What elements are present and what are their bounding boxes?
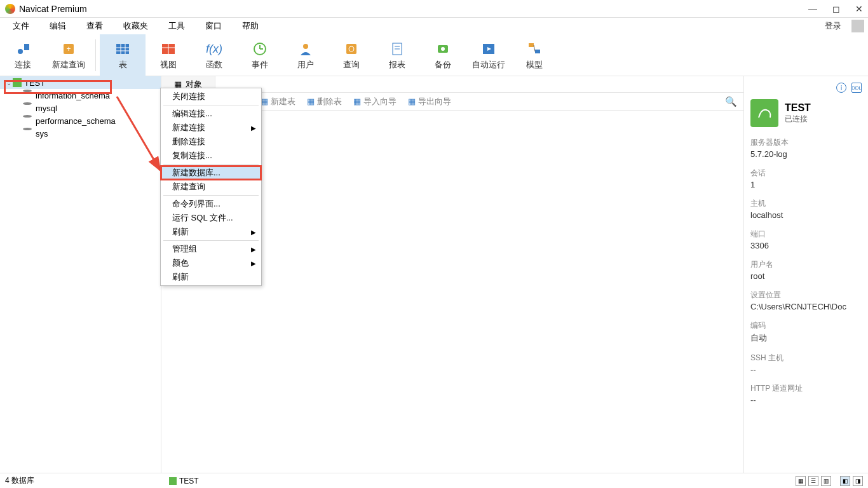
action-label: 导出向导: [418, 96, 451, 107]
tree-database[interactable]: performance_schema: [0, 114, 161, 127]
view-detail-icon[interactable]: ▥: [821, 476, 831, 486]
info-panel: i DDL TEST 已连接 服务器版本5.7.20-log会话1主机local…: [743, 76, 868, 473]
info-key: 用户名: [750, 259, 862, 270]
menu-window[interactable]: 窗口: [196, 18, 231, 34]
context-menu-item[interactable]: 颜色▶: [161, 256, 261, 270]
info-row: 会话1: [750, 168, 862, 189]
auto-icon: [480, 40, 498, 57]
search-icon[interactable]: 🔍: [725, 96, 737, 107]
tool-model[interactable]: 模型: [512, 34, 557, 76]
context-menu-item[interactable]: 刷新▶: [161, 225, 261, 239]
minimize-button[interactable]: —: [808, 4, 817, 14]
context-menu-item[interactable]: 新建连接▶: [161, 121, 261, 135]
context-menu-item[interactable]: 运行 SQL 文件...: [161, 211, 261, 225]
toolbar: 连接+新建查询表视图f(x)函数事件用户查询报表备份自动运行模型: [0, 34, 868, 76]
tool-query[interactable]: 查询: [329, 34, 374, 76]
ddl-icon[interactable]: DDL: [851, 83, 862, 93]
menu-item-label: 新建数据库...: [172, 167, 220, 179]
tool-label: 函数: [206, 59, 222, 71]
info-key: 编码: [750, 320, 862, 331]
svg-rect-4: [116, 44, 129, 54]
info-value: C:\Users\RCNJTECH\Doc: [750, 302, 862, 311]
menu-file[interactable]: 文件: [4, 18, 38, 34]
tree-connection-test[interactable]: ⌄ TEST: [0, 76, 161, 89]
close-button[interactable]: ✕: [855, 4, 863, 14]
database-icon: [23, 116, 33, 125]
panel-left-icon[interactable]: ◧: [840, 476, 850, 486]
panel-right-icon[interactable]: ◨: [853, 476, 863, 486]
tree-database[interactable]: mysql: [0, 102, 161, 114]
submenu-arrow-icon: ▶: [251, 125, 256, 132]
menu-help[interactable]: 帮助: [233, 18, 268, 34]
database-icon: [23, 91, 33, 100]
menubar: 文件 编辑 查看 收藏夹 工具 窗口 帮助 登录: [0, 18, 868, 34]
tool-backup[interactable]: 备份: [420, 34, 466, 76]
context-menu-item[interactable]: 删除连接: [161, 135, 261, 149]
context-menu-item[interactable]: 新建数据库...: [161, 166, 261, 180]
context-menu-item[interactable]: 编辑连接...: [161, 107, 261, 121]
newquery-icon: +: [60, 40, 78, 57]
context-menu-item[interactable]: 复制连接...: [161, 149, 261, 163]
action-item[interactable]: ▦导出向导: [408, 96, 451, 107]
tool-report[interactable]: 报表: [374, 34, 420, 76]
connection-icon: [169, 477, 177, 485]
info-value: 自动: [750, 332, 862, 344]
context-menu-item[interactable]: 刷新: [161, 270, 261, 284]
menu-edit[interactable]: 编辑: [41, 18, 75, 34]
maximize-button[interactable]: ◻: [832, 4, 840, 14]
info-icon[interactable]: i: [836, 83, 846, 93]
info-value: root: [750, 271, 862, 281]
expand-icon[interactable]: ⌄: [6, 79, 13, 86]
menu-favorites[interactable]: 收藏夹: [114, 18, 157, 34]
info-value: --: [750, 365, 862, 374]
statusbar: 4 数据库 TEST ▦ ☰ ▥ ◧ ◨: [0, 473, 868, 488]
context-menu-item[interactable]: 新建查询: [161, 180, 261, 194]
tree-label: information_schema: [36, 91, 110, 100]
event-icon: [251, 40, 269, 57]
action-label: 导入向导: [363, 96, 397, 107]
view-icon: [159, 40, 177, 57]
action-item[interactable]: ▦删除表: [307, 96, 342, 107]
action-label: 新建表: [271, 96, 295, 107]
context-menu-item[interactable]: 管理组▶: [161, 242, 261, 256]
tool-table[interactable]: 表: [100, 34, 146, 76]
svg-line-28: [534, 45, 535, 51]
plug-icon: [14, 40, 32, 57]
view-grid-icon[interactable]: ▦: [796, 476, 806, 486]
view-list-icon[interactable]: ☰: [808, 476, 818, 486]
context-menu-item[interactable]: 命令列界面...: [161, 197, 261, 211]
tool-label: 备份: [435, 59, 451, 71]
menu-tools[interactable]: 工具: [159, 18, 194, 34]
tool-label: 用户: [297, 59, 314, 71]
login-button[interactable]: 登录: [820, 18, 846, 34]
info-key: HTTP 通道网址: [750, 383, 862, 394]
tool-view[interactable]: 视图: [146, 34, 191, 76]
status-connection: TEST: [179, 477, 199, 485]
tool-user[interactable]: 用户: [283, 34, 329, 76]
menu-view[interactable]: 查看: [78, 18, 112, 34]
avatar-icon[interactable]: [851, 20, 864, 32]
status-db-count: 4 数据库: [5, 475, 34, 486]
action-item[interactable]: ▦新建表: [261, 96, 295, 107]
tool-newquery[interactable]: +新建查询: [46, 34, 92, 76]
info-row: 主机localhost: [750, 198, 862, 220]
info-row: HTTP 通道网址--: [750, 383, 862, 405]
tool-auto[interactable]: 自动运行: [466, 34, 512, 76]
tool-fx[interactable]: f(x)函数: [191, 34, 237, 76]
menu-separator: [163, 105, 259, 105]
menu-item-label: 新建查询: [172, 181, 205, 193]
info-row: 设置位置C:\Users\RCNJTECH\Doc: [750, 290, 862, 311]
svg-text:+: +: [66, 44, 71, 53]
submenu-arrow-icon: ▶: [251, 229, 256, 236]
context-menu-item[interactable]: 关闭连接: [161, 90, 261, 104]
info-key: SSH 主机: [750, 353, 862, 363]
tool-label: 报表: [389, 59, 405, 71]
tree-database[interactable]: sys: [0, 127, 161, 140]
action-item[interactable]: ▦导入向导: [353, 96, 397, 107]
action-icon: ▦: [353, 97, 361, 106]
tool-event[interactable]: 事件: [237, 34, 283, 76]
svg-rect-26: [529, 43, 534, 47]
tool-plug[interactable]: 连接: [0, 34, 46, 76]
tree-database[interactable]: information_schema: [0, 89, 161, 102]
info-key: 主机: [750, 198, 862, 209]
